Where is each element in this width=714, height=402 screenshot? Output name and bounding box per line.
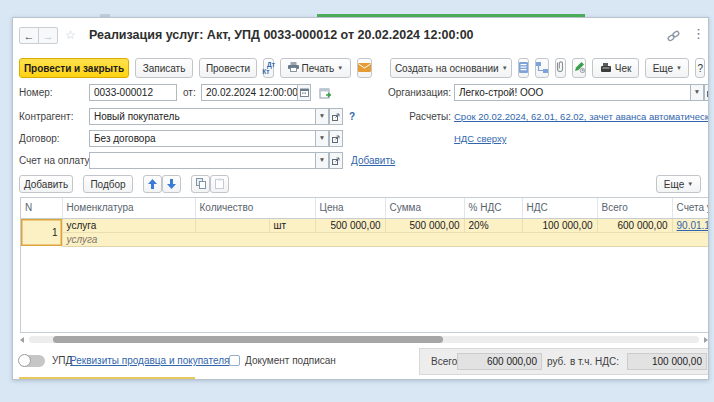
create-based-on-label: Создать на основании xyxy=(395,63,499,74)
toggle-knob[interactable] xyxy=(18,354,31,367)
counterparty-help-icon[interactable]: ? xyxy=(349,108,355,122)
vat-incl-value: 100 000,00 xyxy=(627,353,707,370)
counterparty-open-icon[interactable] xyxy=(329,108,343,125)
check-receipt-button[interactable]: Чек xyxy=(592,58,640,78)
send-email-button[interactable] xyxy=(357,58,372,78)
vat-mode-link[interactable]: НДС сверху xyxy=(454,130,506,144)
check-label: Чек xyxy=(615,63,632,74)
invoice-dropdown-icon[interactable]: ▼ xyxy=(315,152,329,169)
service-content-cell[interactable]: услуга xyxy=(62,232,709,246)
organization-open-icon[interactable] xyxy=(704,84,709,101)
more-menu-icon[interactable]: ⋮ xyxy=(692,26,705,41)
seller-buyer-details-link[interactable]: Реквизиты продавца и покупателя xyxy=(70,355,229,366)
chevron-down-icon: ▼ xyxy=(687,181,693,187)
nomenclature-cell[interactable]: услуга xyxy=(62,218,195,232)
pick-items-button[interactable]: Подбор xyxy=(83,175,133,193)
set-date-icon[interactable] xyxy=(319,84,333,104)
col-nomenclature: Номенклатура xyxy=(62,198,195,218)
post-and-close-button[interactable]: Провести и закрыть xyxy=(19,58,129,78)
titlebar: ← → ☆ Реализация услуг: Акт, УПД 0033-00… xyxy=(13,24,708,48)
scrollbar-track[interactable] xyxy=(29,336,699,343)
col-total: Всего xyxy=(597,198,672,218)
col-price: Цена xyxy=(315,198,385,218)
col-vat: НДС xyxy=(522,198,597,218)
chevron-down-icon: ▼ xyxy=(694,89,700,96)
quantity-cell[interactable] xyxy=(195,218,269,232)
print-label: Печать xyxy=(302,63,335,74)
copy-icon xyxy=(196,178,206,191)
back-button[interactable]: ← xyxy=(19,27,39,44)
envelope-icon xyxy=(358,63,371,74)
organization-input[interactable]: Легко-строй! ООО xyxy=(454,84,691,101)
col-vat-rate: % НДС xyxy=(464,198,522,218)
total-value: 600 000,00 xyxy=(457,353,542,370)
price-cell[interactable]: 500 000,00 xyxy=(315,218,385,232)
copy-row-button[interactable] xyxy=(191,175,210,193)
items-more-button[interactable]: Еще ▼ xyxy=(656,175,701,193)
number-input[interactable]: 0033-000012 xyxy=(89,84,177,101)
get-link-icon[interactable] xyxy=(667,29,680,47)
scroll-left-icon[interactable] xyxy=(20,337,24,343)
reports-list-button[interactable] xyxy=(518,58,529,78)
accounts-cell[interactable]: 90.01.1, xyxy=(672,218,709,232)
invoice-input[interactable] xyxy=(89,152,316,169)
contract-open-icon[interactable] xyxy=(329,130,343,147)
post-button[interactable]: Провести xyxy=(199,58,257,78)
currency-label: руб. xyxy=(547,356,566,367)
counterparty-input[interactable]: Новый покупатель xyxy=(89,108,316,125)
row-number-cell[interactable]: 1 xyxy=(21,218,62,246)
settlements-link[interactable]: Срок 20.02.2024, 62.01, 62.02, зачет ава… xyxy=(454,108,709,122)
move-up-button[interactable] xyxy=(143,175,162,193)
chevron-down-icon: ▼ xyxy=(676,65,682,71)
upd-toggle[interactable] xyxy=(19,355,45,367)
chevron-down-icon: ▼ xyxy=(502,65,508,71)
counterparty-dropdown-icon[interactable]: ▼ xyxy=(315,108,329,125)
chevron-down-icon: ▼ xyxy=(337,65,343,71)
col-accounts: Счета учета xyxy=(672,198,709,218)
help-button[interactable]: ? xyxy=(695,58,705,78)
dtkt-postings-button[interactable]: Дт Кт xyxy=(263,58,274,78)
favorite-star-icon[interactable]: ☆ xyxy=(65,28,76,42)
invoice-open-icon[interactable] xyxy=(329,152,343,169)
invoice-add-link[interactable]: Добавить xyxy=(351,152,395,166)
organization-label: Организация: xyxy=(361,84,451,98)
horizontal-scrollbar[interactable] xyxy=(19,335,709,344)
more-button[interactable]: Еще ▼ xyxy=(645,58,689,78)
total-cell[interactable]: 600 000,00 xyxy=(597,218,672,232)
sign-edi-button[interactable] xyxy=(572,58,586,78)
document-signed-checkbox[interactable] xyxy=(229,355,240,366)
forward-button[interactable]: → xyxy=(38,27,58,44)
save-button[interactable]: Записать xyxy=(135,58,193,78)
scrollbar-thumb[interactable] xyxy=(53,336,443,343)
table-row[interactable]: 1 услуга шт 500 000,00 500 000,00 20% 10… xyxy=(21,218,709,232)
create-based-on-button[interactable]: Создать на основании ▼ xyxy=(390,58,512,78)
paste-row-button[interactable] xyxy=(210,175,229,193)
scroll-right-icon[interactable] xyxy=(704,337,708,343)
date-input[interactable]: 20.02.2024 12:00:00 xyxy=(201,84,298,101)
organization-dropdown-icon[interactable]: ▼ xyxy=(690,84,704,101)
sum-cell[interactable]: 500 000,00 xyxy=(385,218,464,232)
col-n: N xyxy=(21,198,62,218)
window-title: Реализация услуг: Акт, УПД 0033-000012 о… xyxy=(89,28,474,42)
command-bar: Провести и закрыть Записать Провести Дт … xyxy=(19,57,705,79)
move-down-button[interactable] xyxy=(162,175,181,193)
col-sum: Сумма xyxy=(385,198,464,218)
unit-cell[interactable]: шт xyxy=(269,218,315,232)
items-grid[interactable]: N Номенклатура Количество Цена Сумма % Н… xyxy=(20,197,709,333)
attachments-button[interactable] xyxy=(555,58,566,78)
chevron-down-icon: ▼ xyxy=(319,157,325,164)
contract-input[interactable]: Без договора xyxy=(89,130,316,147)
number-label: Номер: xyxy=(19,84,53,98)
contract-dropdown-icon[interactable]: ▼ xyxy=(315,130,329,147)
vat-cell[interactable]: 100 000,00 xyxy=(522,218,597,232)
printer-icon xyxy=(288,62,299,74)
vat-rate-cell[interactable]: 20% xyxy=(464,218,522,232)
add-row-button[interactable]: Добавить xyxy=(19,175,73,193)
calendar-icon[interactable] xyxy=(297,84,311,101)
related-documents-icon xyxy=(536,62,548,75)
print-button[interactable]: Печать ▼ xyxy=(280,58,352,78)
related-documents-button[interactable] xyxy=(535,58,549,78)
accounts-link[interactable]: 90.01.1, xyxy=(677,220,709,231)
table-row-content[interactable]: услуга xyxy=(21,232,709,246)
totals-panel: Всего: 600 000,00 руб. в т.ч. НДС: 100 0… xyxy=(419,348,709,375)
